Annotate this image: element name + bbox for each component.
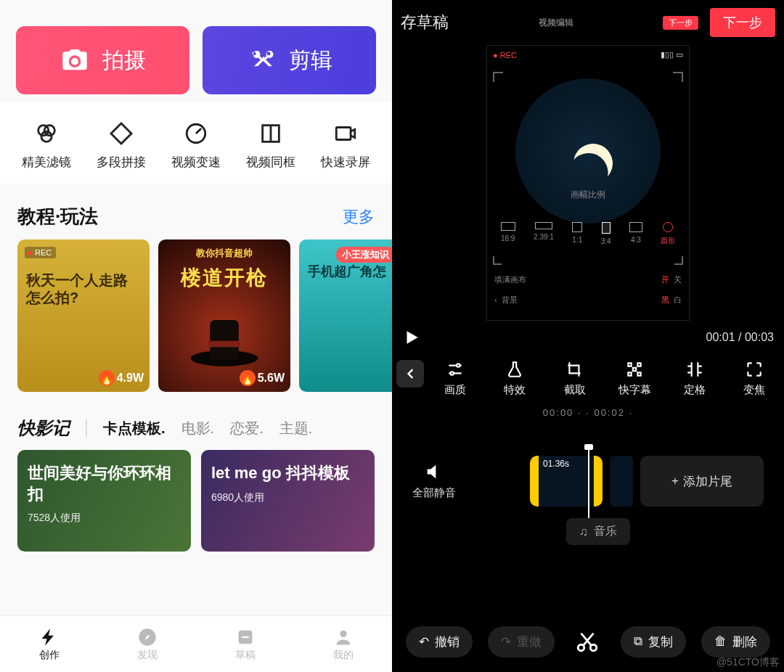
copy-icon: ⧉ <box>634 634 642 649</box>
ratio-options: 16:9 2.39:1 1:1 3:4 4:3 圆形 <box>487 222 689 246</box>
bolt-icon <box>39 627 60 647</box>
timeline-ticks: 00:00 · · 00:02 · <box>392 407 784 418</box>
zoom-icon <box>745 360 764 379</box>
preview-thumbnail <box>515 78 661 224</box>
ratio-opt[interactable]: 16:9 <box>501 222 515 246</box>
cut-button[interactable] <box>570 624 605 659</box>
cat-tab[interactable]: 主题. <box>279 419 313 438</box>
cat-tab[interactable]: 卡点模板. <box>103 419 166 438</box>
undo-button[interactable]: ↶撤销 <box>406 626 473 657</box>
tool-quality[interactable]: 画质 <box>430 360 481 397</box>
template-card[interactable]: let me go 抖抖模板 6980人使用 <box>201 450 375 552</box>
brand-label: 快影记 <box>17 417 70 440</box>
shoot-label: 拍摄 <box>102 46 146 75</box>
redo-button[interactable]: ↷重做 <box>488 626 555 657</box>
record-icon <box>333 121 358 146</box>
cat-tab[interactable]: 电影. <box>181 419 215 438</box>
template-card[interactable]: 世间美好与你环环相扣 7528人使用 <box>17 450 191 552</box>
fill-on[interactable]: 开 <box>661 275 669 284</box>
rec-badge: REC <box>25 247 56 258</box>
back-button[interactable] <box>396 360 424 388</box>
fill-row: 填满画布开 关 <box>494 274 682 285</box>
next-button[interactable]: 下一步 <box>710 8 775 37</box>
tool-record[interactable]: 快速录屏 <box>321 120 370 171</box>
next-small-button[interactable]: 下一步 <box>663 16 698 30</box>
filter-icon <box>34 121 59 146</box>
template-title: 世间美好与你环环相扣 <box>28 463 181 504</box>
primary-actions: 拍摄 剪辑 <box>0 0 392 102</box>
fill-off[interactable]: 关 <box>674 275 682 284</box>
more-link[interactable]: 更多 <box>343 206 375 228</box>
bg-white[interactable]: 白 <box>674 295 682 304</box>
sliders-icon <box>446 360 465 379</box>
splice-icon <box>109 121 134 146</box>
mute-all-button[interactable]: 全部静音 <box>412 462 456 500</box>
preview-frame-bottom <box>493 256 683 265</box>
shoot-button[interactable]: 拍摄 <box>16 26 189 94</box>
clip-track[interactable]: 01.36s +添加片尾 <box>530 456 764 507</box>
crop-icon <box>565 360 584 379</box>
svg-rect-9 <box>210 320 239 360</box>
tool-filter[interactable]: 精美滤镜 <box>22 120 71 171</box>
tool-effects[interactable]: 特效 <box>489 360 540 397</box>
card-banner: 教你抖音超帅 <box>158 247 290 260</box>
plus-icon: + <box>671 474 679 488</box>
template-title: let me go 抖抖模板 <box>211 463 364 484</box>
tool-speed[interactable]: 视频变速 <box>171 120 221 171</box>
tool-freeze[interactable]: 定格 <box>669 360 720 397</box>
tool-zoom[interactable]: 变焦 <box>729 360 780 397</box>
play-icon[interactable] <box>402 328 421 347</box>
card-title: 楼道开枪 <box>158 264 290 292</box>
tool-crop[interactable]: 截取 <box>550 360 600 397</box>
cat-tab[interactable]: 恋爱. <box>230 419 264 438</box>
bottom-nav: 创作 发现 草稿 我的 <box>0 615 392 672</box>
tutorial-cards[interactable]: REC 秋天一个人走路 怎么拍? 🔥4.9W 教你抖音超帅 楼道开枪 🔥5.6W… <box>0 239 392 392</box>
music-button[interactable]: ♫音乐 <box>566 518 630 545</box>
nav-discover[interactable]: 发现 <box>137 627 158 662</box>
editor-header: 存草稿 视频编辑 下一步 下一步 <box>392 0 784 45</box>
nav-draft[interactable]: 草稿 <box>235 627 256 662</box>
flask-icon <box>505 360 524 379</box>
delete-button[interactable]: 🗑删除 <box>701 626 770 657</box>
chevron-left-icon <box>403 366 417 381</box>
svg-rect-7 <box>337 128 351 140</box>
scissors-icon <box>247 46 276 75</box>
trash-icon: 🗑 <box>714 634 727 649</box>
save-draft-button[interactable]: 存草稿 <box>401 12 449 33</box>
tool-splice[interactable]: 多段拼接 <box>97 120 146 171</box>
undo-icon: ↶ <box>419 634 429 650</box>
copy-button[interactable]: ⧉复制 <box>621 626 686 657</box>
preview-area[interactable]: ● REC ▮▯▯ ▭ 画幅比例 16:9 2.39:1 1:1 3:4 4:3… <box>486 45 690 321</box>
ratio-opt[interactable]: 圆形 <box>661 222 675 246</box>
hot-badge: 🔥5.6W <box>240 370 285 386</box>
svg-point-16 <box>451 372 454 374</box>
ratio-opt[interactable]: 2.39:1 <box>534 222 554 246</box>
ratio-label: 画幅比例 <box>487 189 689 201</box>
video-clip[interactable] <box>610 456 633 507</box>
video-clip[interactable]: 01.36s <box>530 456 603 507</box>
tutorial-card[interactable]: REC 秋天一个人走路 怎么拍? 🔥4.9W <box>17 239 150 392</box>
timeline[interactable]: 全部静音 01.36s +添加片尾 ♫音乐 <box>392 428 784 544</box>
add-tail-button[interactable]: +添加片尾 <box>640 456 764 507</box>
draft-icon <box>235 627 256 647</box>
time-display: 00:01 / 00:03 <box>706 331 774 344</box>
svg-point-15 <box>457 364 460 366</box>
svg-rect-10 <box>208 341 240 348</box>
svg-rect-3 <box>111 123 131 144</box>
camera-icon <box>60 46 89 75</box>
ratio-opt[interactable]: 4:3 <box>629 222 642 246</box>
card-banner: 小王涨知识 <box>336 247 393 263</box>
ratio-opt[interactable]: 1:1 <box>572 222 582 246</box>
rec-label: REC <box>500 51 517 60</box>
nav-create[interactable]: 创作 <box>39 627 60 662</box>
clip-duration: 01.36s <box>543 459 569 469</box>
edit-button[interactable]: 剪辑 <box>203 26 376 94</box>
person-icon <box>333 627 354 647</box>
tool-frame[interactable]: 视频同框 <box>246 120 295 171</box>
tutorial-card[interactable]: 小王涨知识 手机超广角怎 🔥 <box>299 239 392 392</box>
bg-black[interactable]: 黑 <box>661 295 669 304</box>
ratio-opt[interactable]: 3:4 <box>601 222 611 246</box>
tool-subtitle[interactable]: 快字幕 <box>609 360 660 397</box>
tutorial-card[interactable]: 教你抖音超帅 楼道开枪 🔥5.6W <box>158 239 290 392</box>
nav-mine[interactable]: 我的 <box>333 627 354 662</box>
